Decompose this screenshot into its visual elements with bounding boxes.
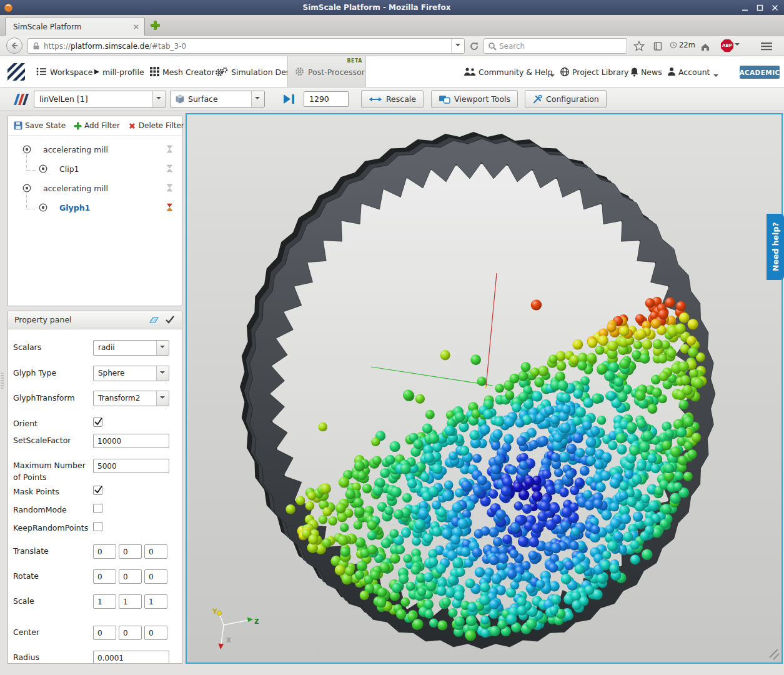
postprocessor-toolbar: linVelLen [1] Surface Rescale Viewport T… bbox=[0, 88, 784, 111]
home-icon[interactable] bbox=[698, 39, 712, 53]
center-y-input[interactable] bbox=[119, 626, 142, 640]
keep-random-points-checkbox[interactable] bbox=[93, 522, 102, 531]
app-header: Workspace mill-profile Mesh Creator Simu… bbox=[0, 56, 784, 88]
z-axis-label: Z bbox=[254, 618, 259, 625]
mask-points-checkbox[interactable] bbox=[93, 486, 102, 495]
configuration-button[interactable]: Configuration bbox=[525, 90, 607, 108]
url-text: https://platform.simscale.de/#tab_3-0 bbox=[44, 42, 451, 51]
viewport-3d[interactable]: Y Z X bbox=[186, 113, 783, 664]
bookmark-star-icon[interactable] bbox=[632, 39, 646, 53]
scalars-select[interactable]: radii bbox=[93, 340, 169, 356]
need-help-tab[interactable]: Need help? bbox=[767, 214, 784, 280]
visibility-eye-icon[interactable] bbox=[38, 164, 48, 174]
menu-account[interactable]: Account bbox=[678, 68, 710, 77]
property-panel-header: Property panel bbox=[8, 311, 182, 329]
menu-community-help[interactable]: Community & Help bbox=[479, 68, 553, 77]
rescale-button[interactable]: Rescale bbox=[361, 90, 424, 108]
rotate-y-input[interactable] bbox=[119, 569, 142, 584]
menu-hamburger-icon[interactable] bbox=[760, 39, 773, 53]
property-panel-body: Scalars radii Glyph Type Sphere GlyphTra… bbox=[8, 329, 182, 664]
field-selector-combo[interactable]: linVelLen [1] bbox=[34, 91, 166, 108]
tab-close-icon[interactable] bbox=[133, 24, 139, 30]
glyph-type-select[interactable]: Sphere bbox=[93, 366, 169, 381]
translate-x-input[interactable] bbox=[93, 544, 116, 559]
filter-tree-panel: Save State Add Filter Delete Filter acce… bbox=[7, 116, 182, 306]
scale-x-input[interactable] bbox=[93, 594, 116, 609]
glyph-transform-select[interactable]: Transform2 bbox=[93, 391, 169, 406]
apply-check-icon[interactable] bbox=[165, 315, 175, 324]
url-bar[interactable]: https://platform.simscale.de/#tab_3-0 bbox=[27, 38, 465, 54]
visibility-eye-icon[interactable] bbox=[22, 144, 32, 154]
abp-icon: ABP bbox=[721, 39, 733, 52]
viewport-tools-button[interactable]: Viewport Tools bbox=[431, 90, 518, 108]
firefox-icon bbox=[4, 3, 13, 12]
reload-button[interactable] bbox=[467, 39, 481, 53]
frame-number-input[interactable] bbox=[304, 91, 349, 107]
center-z-input[interactable] bbox=[144, 626, 167, 640]
scale-z-input[interactable] bbox=[144, 594, 167, 609]
tab-post-processor[interactable]: Post-Processor BETA bbox=[287, 56, 366, 87]
academic-plan-badge: ACADEMIC bbox=[740, 66, 780, 79]
url-dropdown-button[interactable] bbox=[451, 39, 464, 53]
rotate-x-input[interactable] bbox=[93, 569, 116, 584]
translate-y-input[interactable] bbox=[119, 544, 142, 559]
y-axis-label: Y bbox=[212, 608, 217, 615]
tab-mesh-creator[interactable]: Mesh Creator bbox=[162, 68, 215, 77]
tree-row-selected: Glyph1 bbox=[8, 198, 182, 217]
mill-3d-render bbox=[187, 114, 782, 662]
post-processor-gear-icon bbox=[294, 66, 305, 77]
max-points-input[interactable] bbox=[93, 459, 169, 473]
breadcrumb-project[interactable]: mill-profile bbox=[102, 68, 144, 77]
save-state-button[interactable]: Save State bbox=[14, 121, 66, 130]
floppy-icon bbox=[14, 121, 22, 130]
session-timer-chip[interactable]: 22m bbox=[670, 41, 695, 49]
tree-item-label[interactable]: accelerating mill bbox=[43, 184, 108, 193]
viewport-canvas[interactable]: Y Z X bbox=[187, 114, 782, 662]
row-status-icon[interactable] bbox=[166, 203, 173, 211]
workspace-menu[interactable]: Workspace bbox=[50, 68, 92, 77]
tree-item-label[interactable]: Clip1 bbox=[59, 164, 79, 174]
slice-plane-icon[interactable] bbox=[149, 315, 159, 325]
chevron-down-icon bbox=[152, 91, 166, 107]
panel-resize-grip[interactable] bbox=[1, 372, 4, 389]
translate-z-input[interactable] bbox=[144, 544, 167, 559]
rotate-z-input[interactable] bbox=[144, 569, 167, 584]
delete-filter-button[interactable]: Delete Filter bbox=[128, 121, 184, 130]
property-panel: Property panel Scalars radii Glyph Type … bbox=[7, 311, 182, 664]
visibility-eye-icon[interactable] bbox=[22, 183, 32, 193]
account-person-icon bbox=[667, 67, 676, 76]
property-panel-title: Property panel bbox=[14, 315, 72, 324]
menu-project-library[interactable]: Project Library bbox=[572, 68, 628, 77]
project-library-icon bbox=[560, 67, 570, 77]
window-title: SimScale Platform - Mozilla Firefox bbox=[13, 3, 740, 12]
close-button[interactable] bbox=[770, 3, 779, 12]
row-status-icon bbox=[166, 164, 173, 172]
center-x-input[interactable] bbox=[93, 626, 116, 640]
chevron-down-icon bbox=[156, 341, 169, 355]
minimize-button[interactable] bbox=[740, 3, 749, 12]
tree-item-label[interactable]: accelerating mill bbox=[43, 145, 108, 154]
rescale-arrows-icon bbox=[369, 96, 382, 103]
row-status-icon bbox=[166, 145, 173, 153]
representation-combo[interactable]: Surface bbox=[170, 91, 265, 108]
bookmarks-menu-icon[interactable] bbox=[651, 39, 665, 53]
adblock-button[interactable]: ABP bbox=[721, 39, 740, 52]
setscalefactor-input[interactable] bbox=[93, 434, 169, 448]
browser-tab[interactable]: SimScale Platform bbox=[5, 17, 145, 36]
news-bell-icon bbox=[630, 67, 639, 77]
chevron-down-icon bbox=[156, 366, 169, 381]
maximize-button[interactable] bbox=[755, 3, 764, 12]
scale-y-input[interactable] bbox=[119, 594, 142, 609]
x-axis-label: X bbox=[226, 636, 231, 644]
random-mode-checkbox[interactable] bbox=[93, 504, 102, 513]
back-button[interactable] bbox=[6, 38, 22, 54]
tree-item-label[interactable]: Glyph1 bbox=[59, 203, 90, 212]
search-bar[interactable]: Search bbox=[484, 38, 627, 54]
play-button[interactable] bbox=[282, 94, 296, 104]
menu-news[interactable]: News bbox=[641, 68, 662, 77]
orient-checkbox[interactable] bbox=[93, 418, 102, 427]
visibility-eye-icon[interactable] bbox=[38, 202, 48, 212]
add-filter-button[interactable]: Add Filter bbox=[74, 121, 120, 130]
radius-input[interactable] bbox=[93, 651, 169, 664]
new-tab-button[interactable] bbox=[150, 20, 161, 31]
